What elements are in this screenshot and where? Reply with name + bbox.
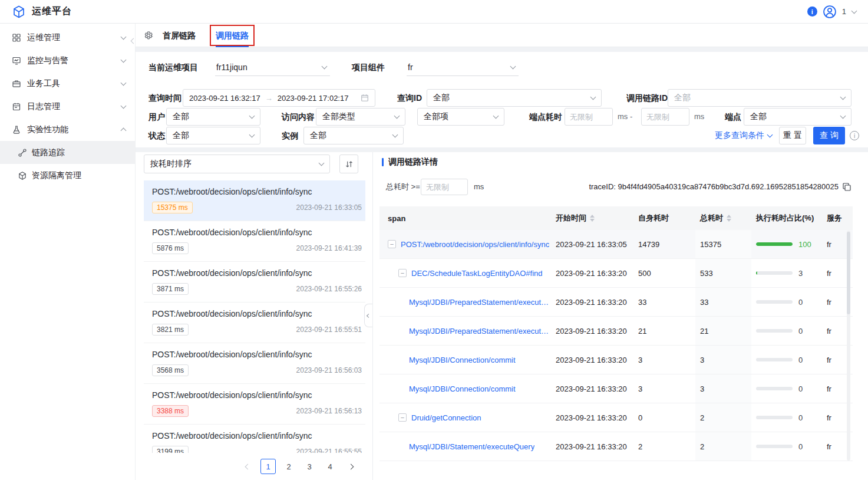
project-select[interactable]: fr11jiqun <box>215 58 330 76</box>
query-id-select[interactable]: 全部 <box>427 89 602 107</box>
copy-icon[interactable] <box>842 182 852 192</box>
more-conditions-link[interactable]: 更多查询条件 <box>715 127 772 144</box>
total-cost-input[interactable] <box>421 179 468 195</box>
tab-first-screen[interactable]: 首屏链路 <box>163 24 196 47</box>
sidebar-item-ops-management[interactable]: 运维管理 <box>0 26 135 49</box>
trace-detail-panel: 调用链路详情 总耗时 >= ms traceID: 9b4f4fd4905a40… <box>378 152 868 480</box>
span-link[interactable]: Mysql/JDBI/PreparedStatement/executeQuer… <box>409 327 551 336</box>
collapse-toggle-icon[interactable]: − <box>388 240 396 248</box>
trace-item-duration-badge: 3388 ms <box>152 405 189 417</box>
pagination-page[interactable]: 4 <box>322 459 338 474</box>
sidebar-item-experimental[interactable]: 实验性功能 <box>0 118 135 141</box>
trace-item-title: POST:/webroot/decision/ops/client/info/s… <box>152 309 362 318</box>
table-scrollbar[interactable] <box>847 231 850 461</box>
pagination-page[interactable]: 3 <box>302 459 317 474</box>
sort-order-button[interactable] <box>339 154 358 173</box>
span-table-row[interactable]: − Mysql/JDBI/PreparedStatement/executeQu… <box>379 317 853 346</box>
panel-collapse-handle[interactable] <box>364 304 372 327</box>
trace-list-item[interactable]: POST:/webroot/decision/ops/client/info/s… <box>144 221 365 262</box>
pagination: 1 2 3 4 <box>144 453 365 480</box>
chevron-down-icon <box>394 113 400 119</box>
progress-fill <box>756 271 757 275</box>
span-link[interactable]: Mysql/JDBI/Connection/commit <box>409 384 516 393</box>
trace-list-item[interactable]: POST:/webroot/decision/ops/client/info/s… <box>144 180 365 221</box>
trace-list-item[interactable]: POST:/webroot/decision/ops/client/info/s… <box>144 262 365 303</box>
span-table-row[interactable]: − Druid/getConnection 2023-09-21 16:33:2… <box>379 403 853 432</box>
status-select[interactable]: 全部 <box>166 127 260 144</box>
endpoint-select[interactable]: 全部 <box>744 108 852 126</box>
reset-button[interactable]: 重 置 <box>779 127 806 144</box>
filter-info-icon[interactable]: i <box>850 131 859 140</box>
span-link[interactable]: Mysql/JDBI/Connection/commit <box>409 356 516 364</box>
total-cost-cell: 21 <box>695 317 751 345</box>
trace-list-item[interactable]: POST:/webroot/decision/ops/client/info/s… <box>144 303 365 343</box>
col-start-time[interactable]: 开始时间 <box>551 206 633 230</box>
trace-id-select[interactable]: 全部 <box>668 89 852 107</box>
trace-item-duration-badge: 3871 ms <box>152 283 189 295</box>
endpoint-cost-min-input[interactable] <box>565 108 613 126</box>
collapse-toggle-icon[interactable]: − <box>398 413 407 422</box>
filter-panel: 当前运维项目 fr11jiqun 项目组件 fr 查询时间 2023-09-21… <box>136 52 868 147</box>
span-table-row[interactable]: − DEC/ScheduleTaskLogEntityDAO#find 2023… <box>379 259 853 288</box>
span-link[interactable]: Mysql/JDBI/Statement/executeQuery <box>409 442 534 451</box>
total-cost-cell: 2 <box>695 403 751 432</box>
span-table-row[interactable]: − Mysql/JDBI/PreparedStatement/executeQ.… <box>379 288 853 317</box>
span-table-row[interactable]: − Mysql/JDBI/Statement/executeQuery 2023… <box>379 432 853 461</box>
sort-by-select[interactable]: 按耗时排序 <box>144 154 330 173</box>
user-select[interactable]: 全部 <box>166 108 260 126</box>
span-link[interactable]: Druid/getConnection <box>411 413 481 422</box>
span-table-row[interactable]: − Mysql/JDBI/Connection/commit 2023-09-2… <box>379 374 853 403</box>
sidebar-item-trace[interactable]: 链路追踪 <box>0 141 135 164</box>
trace-list-item[interactable]: POST:/webroot/decision/ops/client/info/s… <box>144 384 365 425</box>
pagination-page[interactable]: 2 <box>281 459 296 474</box>
chevron-down-icon <box>322 63 328 69</box>
trace-id-text: traceID: 9b4f4fd4905a40319ca87476b9bc3d7… <box>589 178 839 196</box>
span-table-row[interactable]: − POST:/webroot/decision/ops/client/info… <box>379 230 853 259</box>
span-link[interactable]: DEC/ScheduleTaskLogEntityDAO#find <box>411 269 543 278</box>
content-type-select[interactable]: 全部类型 <box>316 108 405 126</box>
pagination-page[interactable]: 1 <box>260 459 276 474</box>
trace-item-timestamp: 2023-09-21 16:41:39 <box>296 244 362 252</box>
chevron-down-icon[interactable] <box>852 8 857 14</box>
content-item-select[interactable]: 全部项 <box>417 108 504 126</box>
pagination-prev[interactable] <box>240 459 255 474</box>
search-button[interactable]: 查 询 <box>813 127 845 144</box>
chevron-down-icon <box>510 63 516 69</box>
span-table-row[interactable]: − Mysql/JDBI/Connection/commit 2023-09-2… <box>379 346 853 374</box>
chevron-down-icon <box>767 132 773 138</box>
user-avatar-icon[interactable] <box>823 5 836 18</box>
pagination-next[interactable] <box>343 459 358 474</box>
collapse-toggle-icon[interactable]: − <box>398 269 407 277</box>
sidebar-item-log-management[interactable]: 日志管理 <box>0 95 135 118</box>
span-link[interactable]: POST:/webroot/decision/ops/client/info/s… <box>401 240 549 249</box>
trace-item-timestamp: 2023-09-21 16:56:03 <box>296 366 362 374</box>
info-icon[interactable]: i <box>807 6 817 17</box>
flask-icon <box>12 125 21 134</box>
sidebar-item-business-tools[interactable]: 业务工具 <box>0 72 135 95</box>
col-total-cost[interactable]: 总耗时 <box>695 206 751 230</box>
component-label: 项目组件 <box>352 58 385 76</box>
sidebar-item-resource-isolation[interactable]: 资源隔离管理 <box>0 164 135 187</box>
app-logo-icon <box>12 5 26 19</box>
chevron-down-icon <box>319 160 325 166</box>
briefcase-icon <box>12 79 21 88</box>
time-range-picker[interactable]: 2023-09-21 16:32:17 → 2023-09-21 17:02:1… <box>183 89 375 107</box>
content-label: 访问内容 <box>282 108 315 126</box>
exec-pct-cell: 0 <box>751 403 822 432</box>
gear-icon[interactable] <box>144 31 153 40</box>
trace-list-item[interactable]: POST:/webroot/decision/ops/client/info/s… <box>144 343 365 384</box>
trace-item-duration-badge: 15375 ms <box>152 202 193 213</box>
component-select[interactable]: fr <box>407 58 519 76</box>
sidebar-item-monitoring-alerts[interactable]: 监控与告警 <box>0 49 135 72</box>
span-link[interactable]: Mysql/JDBI/PreparedStatement/executeQ... <box>409 298 551 307</box>
instance-select[interactable]: 全部 <box>303 127 404 144</box>
start-time-cell: 2023-09-21 16:33:20 <box>551 374 633 403</box>
col-span: span <box>379 206 551 230</box>
self-cost-cell: 14739 <box>633 230 695 258</box>
cube-icon <box>18 171 27 180</box>
trace-item-title: POST:/webroot/decision/ops/client/info/s… <box>152 431 362 440</box>
sort-carets-icon[interactable] <box>727 215 731 222</box>
tab-call-trace[interactable]: 调用链路 <box>216 24 249 47</box>
endpoint-cost-max-input[interactable] <box>641 108 689 126</box>
sort-carets-icon[interactable] <box>590 215 595 222</box>
